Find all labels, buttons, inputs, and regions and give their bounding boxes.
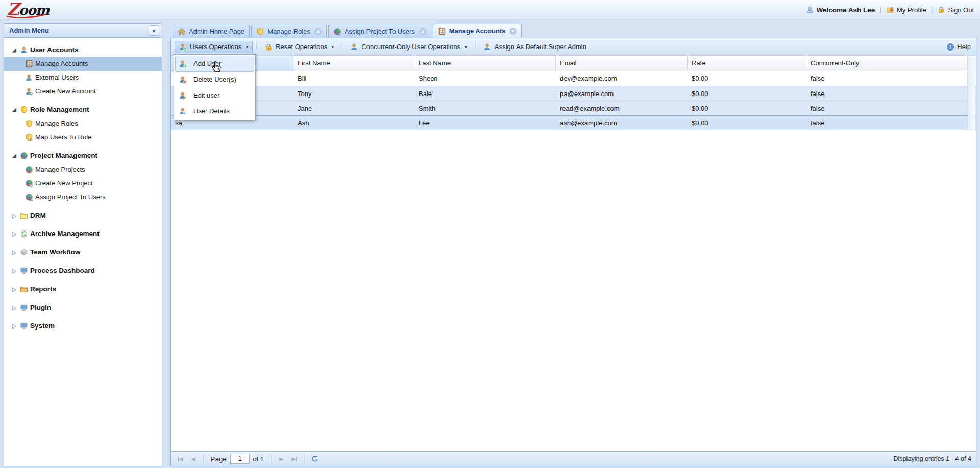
pie-add-icon [25, 179, 33, 188]
grid-scrollbar-track[interactable] [967, 56, 975, 130]
sidebar-item-label: System [30, 322, 55, 330]
close-tab-icon[interactable]: ✕ [509, 28, 517, 35]
user-add-icon [179, 43, 187, 51]
help-button[interactable]: ?Help [946, 43, 972, 51]
table-row[interactable]: JaneSmithread@example.com$0.00false [171, 101, 976, 115]
sidebar-item-map-users-to-role[interactable]: Map Users To Role [4, 130, 162, 144]
person-outline-icon [806, 6, 814, 14]
sidebar-item-label: Map Users To Role [35, 133, 91, 141]
column-header-rate[interactable]: Rate [688, 56, 806, 71]
monitor-icon [20, 267, 28, 275]
sidebar-item-project-management[interactable]: ◢Project Management [4, 149, 162, 162]
collapsed-arrow-icon[interactable]: ▷ [11, 267, 18, 274]
sidebar-item-archive-management[interactable]: ▷Archive Management [4, 227, 162, 241]
page-number-input[interactable] [230, 454, 250, 464]
refresh-icon[interactable] [310, 454, 320, 464]
folder-orange-icon [20, 285, 28, 293]
address-book-icon [25, 60, 33, 68]
expanded-arrow-icon[interactable]: ◢ [11, 152, 18, 159]
profile-card-icon [886, 6, 894, 14]
prev-page-button[interactable]: ◀ [188, 454, 198, 464]
welcome-label: Welcome Ash Lee [806, 6, 875, 14]
collapsed-arrow-icon[interactable]: ▷ [11, 322, 18, 330]
tab-manage-roles[interactable]: Manage Roles✕ [251, 25, 327, 38]
dropdown-caret-icon [331, 46, 334, 48]
menu-item-add-user[interactable]: Add User [175, 56, 254, 72]
assign-as-default-super-admin-button[interactable]: Assign As Default Super Admin [479, 41, 591, 53]
sidebar-item-external-users[interactable]: External Users [4, 71, 162, 84]
sidebar-item-manage-roles[interactable]: Manage Roles [4, 116, 162, 130]
column-header-concurrent-only[interactable]: Concurrent-Only [806, 56, 968, 71]
sidebar-item-label: DRM [30, 212, 46, 219]
concurrent-only-user-operations-button[interactable]: Concurrent-Only User Operations [346, 41, 472, 53]
separator [304, 454, 305, 464]
expanded-arrow-icon[interactable]: ◢ [11, 46, 18, 54]
cell: Bill [293, 71, 414, 86]
sidebar-item-create-new-project[interactable]: Create New Project [4, 176, 162, 190]
sidebar-item-reports[interactable]: ▷Reports [4, 282, 162, 296]
column-header-first-name[interactable]: First Name [293, 56, 414, 71]
last-page-button[interactable]: ▶ [289, 454, 299, 464]
dropdown-caret-icon [246, 46, 249, 48]
collapsed-arrow-icon[interactable]: ▷ [11, 304, 18, 311]
cell: Ash [293, 116, 414, 130]
shield-icon [20, 106, 28, 114]
reset-operations-button[interactable]: Reset Operations [260, 41, 338, 53]
sidebar-item-label: User Accounts [30, 46, 79, 54]
first-page-button[interactable]: ◀ [176, 454, 185, 464]
next-page-button[interactable]: ▶ [277, 454, 286, 464]
table-row[interactable]: BillSheendev@example.com$0.00false [171, 71, 976, 86]
close-tab-icon[interactable]: ✕ [419, 28, 426, 35]
menu-item-user-details[interactable]: User Details [175, 103, 254, 119]
column-header-last-name[interactable]: Last Name [414, 56, 556, 71]
sidebar-item-role-management[interactable]: ◢Role Management [4, 103, 162, 116]
tab-assign-project-to-users[interactable]: Assign Project To Users✕ [328, 25, 431, 38]
cell: pa@example.com [556, 86, 688, 101]
cell: $0.00 [688, 101, 806, 115]
pie-icon [20, 152, 28, 160]
column-header-email[interactable]: Email [556, 56, 688, 71]
user-delete-icon [179, 76, 187, 84]
sidebar-item-team-workflow[interactable]: ▷Team Workflow [4, 245, 162, 259]
cell: ash@example.com [556, 116, 688, 130]
grid-header: First NameLast NameEmailRateConcurrent-O… [171, 56, 976, 71]
user-go-icon [25, 74, 33, 82]
sidebar-item-manage-accounts[interactable]: Manage Accounts [4, 57, 162, 71]
users-operations-button[interactable]: Users Operations [175, 41, 253, 53]
sidebar-item-assign-project-to-users[interactable]: Assign Project To Users [4, 190, 162, 204]
sidebar-item-process-dashboard[interactable]: ▷Process Dashboard [4, 264, 162, 277]
column-header-label: Last Name [419, 59, 451, 67]
collapsed-arrow-icon[interactable]: ▷ [11, 212, 18, 219]
tab-admin-home-page[interactable]: Admin Home Page [173, 25, 250, 38]
sidebar-item-label: Manage Projects [35, 166, 85, 173]
collapsed-arrow-icon[interactable]: ▷ [11, 286, 18, 293]
cell: $0.00 [688, 71, 806, 86]
admin-menu-title: Admin Menu [9, 27, 49, 34]
collapsed-arrow-icon[interactable]: ▷ [11, 230, 18, 238]
tab-label: Admin Home Page [189, 28, 244, 35]
separator [475, 42, 476, 52]
table-row[interactable]: saAshLeeash@example.com$0.00false [171, 115, 976, 130]
expanded-arrow-icon[interactable]: ◢ [11, 106, 18, 113]
collapse-sidebar-button[interactable]: « [149, 25, 159, 36]
column-header-label: Email [560, 59, 577, 67]
sidebar-item-create-new-account[interactable]: Create New Account [4, 84, 162, 98]
menu-item-delete-user-s[interactable]: Delete User(s) [175, 72, 254, 87]
sidebar-item-label: Role Management [30, 106, 89, 113]
tab-label: Manage Roles [267, 28, 310, 35]
sidebar-item-label: Create New Project [35, 179, 93, 187]
menu-item-edit-user[interactable]: Edit user [175, 87, 254, 103]
sidebar-item-manage-projects[interactable]: Manage Projects [4, 162, 162, 176]
sidebar-item-system[interactable]: ▷System [4, 319, 162, 333]
table-row[interactable]: TonyBalepa@example.com$0.00false [171, 86, 976, 101]
sidebar-item-plugin[interactable]: ▷Plugin [4, 300, 162, 314]
sign-out-link[interactable]: Sign Out [937, 6, 974, 14]
admin-menu-header: Admin Menu « [4, 24, 162, 38]
sidebar-item-user-accounts[interactable]: ◢User Accounts [4, 43, 162, 57]
collapsed-arrow-icon[interactable]: ▷ [11, 249, 18, 256]
my-profile-link[interactable]: My Profile [886, 6, 926, 14]
shield-users-icon [25, 133, 33, 142]
close-tab-icon[interactable]: ✕ [314, 28, 322, 35]
sidebar-item-drm[interactable]: ▷DRM [4, 208, 162, 222]
tab-manage-accounts[interactable]: Manage Accounts✕ [433, 24, 522, 38]
